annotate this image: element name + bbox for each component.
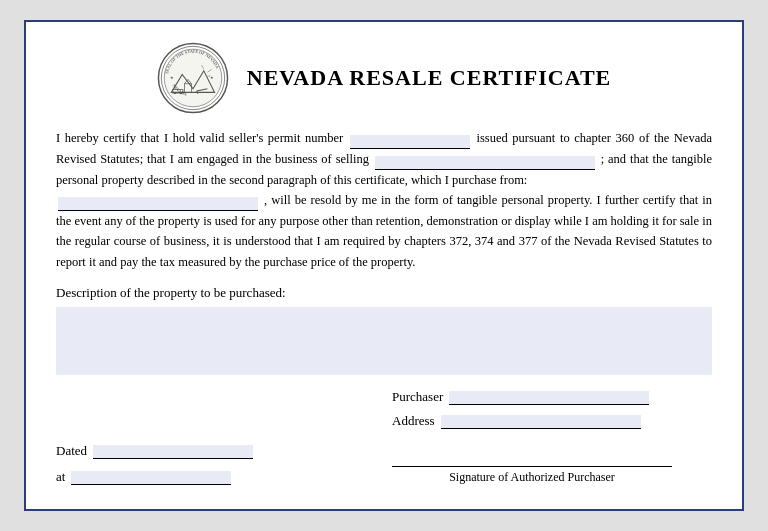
- svg-point-12: [174, 92, 176, 94]
- certificate: SEAL OF THE STATE OF NEVADA NEVADA: [24, 20, 744, 510]
- certificate-body: I hereby certify that I hold valid selle…: [56, 128, 712, 272]
- svg-text:★: ★: [209, 76, 213, 81]
- seller-name-field[interactable]: [58, 197, 258, 211]
- dated-field[interactable]: [93, 445, 253, 459]
- signature-line[interactable]: [392, 447, 672, 467]
- certificate-header: SEAL OF THE STATE OF NEVADA NEVADA: [56, 42, 712, 114]
- business-type-field[interactable]: [375, 156, 595, 170]
- at-field[interactable]: [71, 471, 231, 485]
- purchaser-row: Purchaser: [392, 389, 649, 405]
- footer-right: Purchaser Address Signature of Authorize…: [392, 389, 712, 485]
- footer-section: Dated at Purchaser Address Signature of …: [56, 389, 712, 485]
- at-label: at: [56, 469, 65, 485]
- dated-label: Dated: [56, 443, 87, 459]
- nevada-seal: SEAL OF THE STATE OF NEVADA NEVADA: [157, 42, 229, 114]
- address-row: Address: [392, 413, 641, 429]
- address-field[interactable]: [441, 415, 641, 429]
- signature-section: Signature of Authorized Purchaser: [392, 447, 672, 485]
- permit-number-field[interactable]: [350, 135, 470, 149]
- description-label: Description of the property to be purcha…: [56, 285, 712, 301]
- footer-left: Dated at: [56, 443, 253, 485]
- signature-label: Signature of Authorized Purchaser: [392, 470, 672, 485]
- page-title: NEVADA RESALE CERTIFICATE: [247, 65, 612, 91]
- dated-row: Dated: [56, 443, 253, 459]
- body-text-1: I hereby certify that I hold valid selle…: [56, 131, 343, 145]
- svg-text:★: ★: [170, 76, 174, 81]
- description-box[interactable]: [56, 307, 712, 375]
- purchaser-field[interactable]: [449, 391, 649, 405]
- address-label: Address: [392, 413, 435, 429]
- at-row: at: [56, 469, 253, 485]
- purchaser-label: Purchaser: [392, 389, 443, 405]
